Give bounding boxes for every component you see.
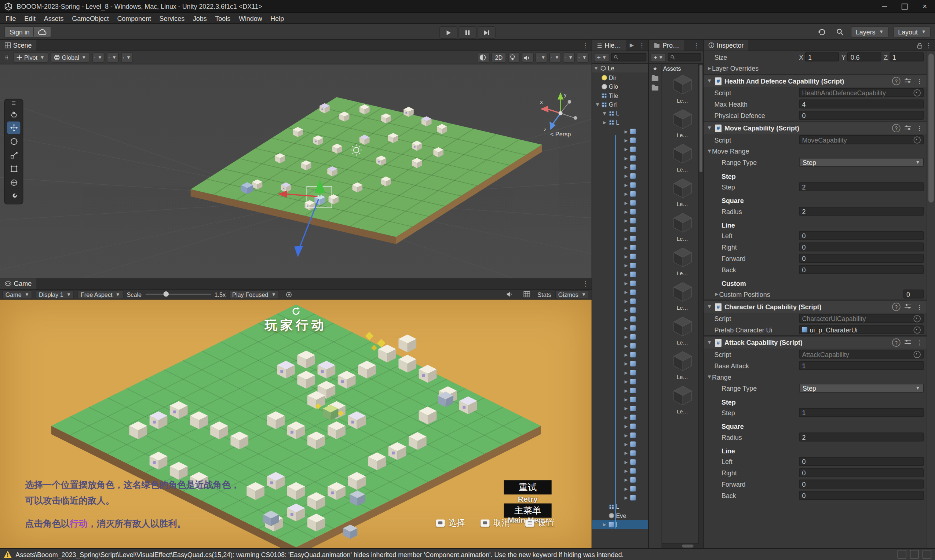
scene-effects-dropdown[interactable]: ▼: [535, 52, 548, 63]
hierarchy-row[interactable]: ▶: [592, 324, 648, 332]
field-step[interactable]: 2: [799, 182, 924, 191]
foldout-arrow-icon[interactable]: ▶: [623, 469, 628, 474]
snap-increment-button[interactable]: ▼: [121, 52, 133, 63]
field-max-health[interactable]: 4: [799, 99, 924, 108]
step-button[interactable]: [478, 26, 495, 39]
project-asset-item[interactable]: Le…: [662, 211, 703, 242]
overlay-grip-icon[interactable]: ☰: [12, 101, 16, 107]
hierarchy-row[interactable]: ▶Glo: [592, 82, 648, 91]
field-radius[interactable]: 2: [799, 432, 924, 441]
foldout-arrow-icon[interactable]: ▶: [623, 370, 628, 375]
toggle-2d-button[interactable]: 2D: [492, 52, 506, 63]
rect-tool-button[interactable]: [7, 163, 20, 175]
hierarchy-row[interactable]: ▶: [592, 163, 648, 172]
foldout-arrow-icon[interactable]: ▶: [623, 209, 628, 214]
hierarchy-search-input[interactable]: [611, 53, 646, 62]
presets-icon[interactable]: [903, 125, 912, 132]
hierarchy-row[interactable]: ▶: [592, 225, 648, 234]
tab-project[interactable]: Pro…: [649, 40, 684, 51]
field-left[interactable]: 0: [799, 231, 924, 240]
inspector-panel-menu-icon[interactable]: ⋮: [923, 40, 935, 51]
hierarchy-row[interactable]: ▶: [592, 485, 648, 493]
select-prompt[interactable]: 选择: [436, 518, 465, 528]
vsync-button[interactable]: [520, 289, 533, 300]
hierarchy-row[interactable]: ▶: [592, 181, 648, 189]
menu-tools[interactable]: Tools: [211, 15, 235, 22]
foldout-arrow-icon[interactable]: ▶: [623, 433, 628, 438]
hierarchy-row[interactable]: ▶: [592, 279, 648, 288]
foldout-arrow-icon[interactable]: ▶: [595, 102, 600, 107]
foldout-arrow-icon[interactable]: ▶: [623, 245, 628, 250]
foldout-arrow-icon[interactable]: ▶: [623, 165, 628, 169]
layers-dropdown[interactable]: Layers▼: [851, 26, 889, 38]
capture-button[interactable]: [282, 289, 296, 300]
foldout-arrow-icon[interactable]: ▶: [623, 290, 628, 295]
kebab-menu-icon[interactable]: ⋮: [915, 125, 924, 132]
object-picker-icon[interactable]: [913, 136, 921, 143]
foldout-arrow-icon[interactable]: ▶: [594, 66, 599, 71]
hierarchy-row[interactable]: ▶: [592, 243, 648, 252]
gizmos-dropdown[interactable]: ▼: [577, 52, 589, 63]
scene-visibility-dropdown[interactable]: ▼: [549, 52, 561, 63]
field-forward[interactable]: 0: [799, 480, 924, 489]
foldout-arrow-icon[interactable]: ▶: [707, 340, 712, 345]
hierarchy-row[interactable]: ▶Eve: [592, 511, 648, 520]
rotate-tool-button[interactable]: [7, 135, 20, 148]
foldout-arrow-icon[interactable]: ▶: [623, 299, 628, 303]
hierarchy-row[interactable]: ▶: [592, 395, 648, 404]
pause-button[interactable]: [458, 26, 477, 39]
project-asset-item[interactable]: Le…: [662, 349, 703, 380]
foldout-arrow-icon[interactable]: ▶: [623, 442, 628, 446]
move-tool-button[interactable]: [7, 122, 20, 134]
field-radius[interactable]: 2: [799, 207, 924, 215]
project-horizontal-scrollbar[interactable]: [662, 543, 699, 548]
hierarchy-row[interactable]: ▶: [592, 457, 648, 466]
hierarchy-row[interactable]: ▶: [592, 431, 648, 439]
menu-gameobject[interactable]: GameObject: [68, 15, 113, 22]
foldout-arrow-icon[interactable]: ▶: [714, 292, 719, 297]
hierarchy-row[interactable]: ▶: [592, 288, 648, 297]
tool-handle-rotation-dropdown[interactable]: Global▼: [51, 52, 90, 63]
hierarchy-row[interactable]: ▶Dir: [592, 73, 648, 82]
field-custom-positions[interactable]: 0: [903, 289, 924, 298]
hierarchy-row[interactable]: ▶: [592, 386, 648, 395]
field-back[interactable]: 0: [799, 491, 924, 500]
foldout-arrow-icon[interactable]: ▶: [623, 388, 628, 393]
foldout-arrow-icon[interactable]: ▶: [707, 126, 712, 131]
hierarchy-row[interactable]: ▶: [592, 154, 648, 162]
hierarchy-row[interactable]: ▶Tile: [592, 91, 648, 100]
component-header-attack-capability-script[interactable]: ▶#Attack Capability (Script)?⋮: [704, 336, 927, 349]
hierarchy-row[interactable]: ▶: [592, 422, 648, 431]
project-asset-item[interactable]: Le…: [662, 176, 703, 208]
dropdown-range-type[interactable]: Step▼: [799, 384, 924, 392]
hierarchy-row[interactable]: ▶Gri: [592, 100, 648, 109]
foldout-arrow-icon[interactable]: ▶: [623, 325, 628, 330]
game-view-dropdown[interactable]: Game▼: [3, 290, 32, 299]
lock-icon[interactable]: [917, 42, 923, 49]
foldout-arrow-icon[interactable]: ▶: [707, 375, 712, 379]
hierarchy-row[interactable]: ▶: [592, 368, 648, 377]
folder-icon[interactable]: [652, 86, 659, 91]
cloud-services-button[interactable]: [33, 26, 51, 38]
inspector-scrollbar[interactable]: [927, 51, 935, 548]
scale-slider-knob[interactable]: [164, 291, 169, 297]
settings-prompt[interactable]: 设置: [525, 518, 555, 528]
scene-orientation-gizmo[interactable]: y x z < Persp: [538, 89, 583, 138]
field-left[interactable]: 0: [799, 457, 924, 466]
play-button[interactable]: [440, 26, 457, 39]
menu-component[interactable]: Component: [113, 15, 155, 22]
layout-dropdown[interactable]: Layout▼: [893, 26, 930, 38]
view-tool-button[interactable]: [7, 108, 20, 120]
dropdown-range-type[interactable]: Step▼: [799, 158, 924, 167]
foldout-arrow-icon[interactable]: ▶: [602, 522, 607, 527]
project-vertical-scrollbar[interactable]: [698, 64, 703, 548]
presets-icon[interactable]: [903, 78, 912, 84]
presets-icon[interactable]: [903, 339, 912, 346]
foldout-arrow-icon[interactable]: ▶: [623, 138, 628, 143]
size-x-field[interactable]: 1: [805, 52, 839, 61]
project-asset-item[interactable]: Le…: [662, 384, 703, 415]
foldout-arrow-icon[interactable]: ▶: [623, 218, 628, 223]
create-object-button[interactable]: +▼: [594, 53, 609, 62]
field-step[interactable]: 1: [799, 408, 924, 417]
project-asset-item[interactable]: Le…: [662, 108, 703, 138]
